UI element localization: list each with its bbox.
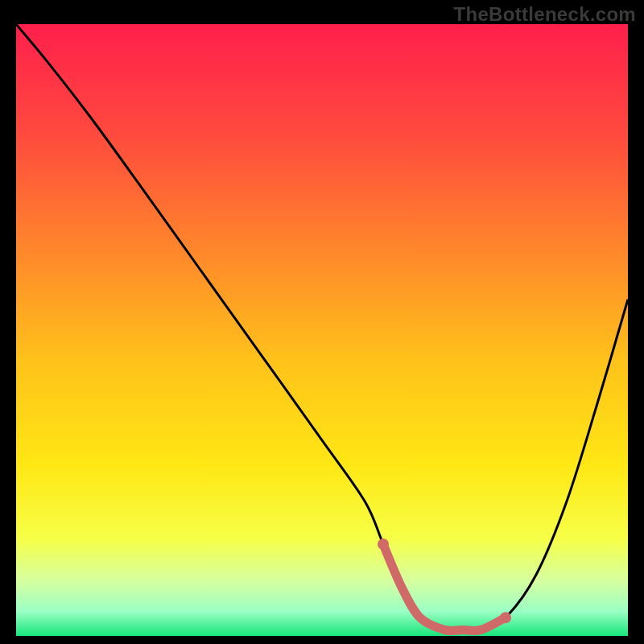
curve-layer: [16, 24, 628, 636]
watermark-text: TheBottleneck.com: [454, 3, 636, 26]
bottleneck-curve: [16, 24, 628, 631]
chart-stage: TheBottleneck.com: [0, 0, 644, 644]
highlight-endpoint-left: [378, 539, 389, 550]
optimal-region-highlight: [383, 544, 506, 631]
highlight-endpoint-right: [500, 612, 511, 623]
plot-frame: [16, 24, 628, 636]
